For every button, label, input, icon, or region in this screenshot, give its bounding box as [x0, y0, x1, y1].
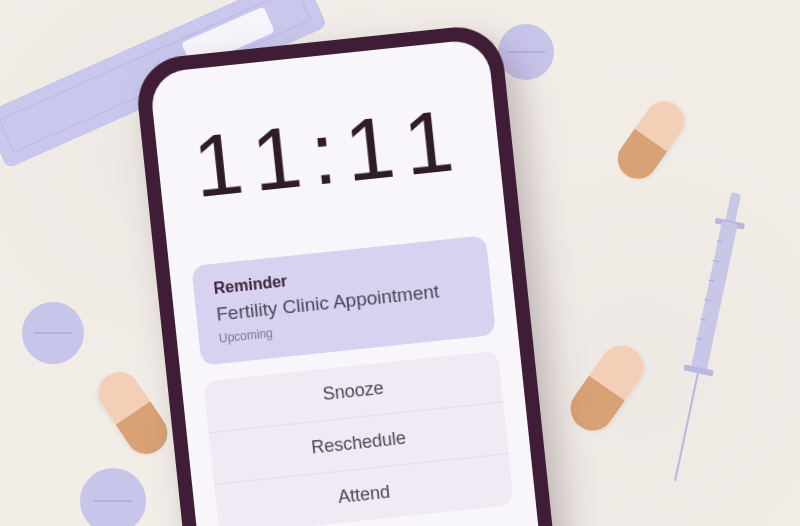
phone-frame: 11:11 Reminder Fertility Clinic Appointm…: [133, 23, 570, 526]
reminder-card[interactable]: Reminder Fertility Clinic Appointment Up…: [191, 235, 496, 365]
capsule-icon: [90, 364, 175, 462]
tablet-icon: [80, 468, 146, 526]
phone: 11:11 Reminder Fertility Clinic Appointm…: [133, 23, 570, 526]
lock-screen-clock: 11:11: [176, 94, 480, 212]
tablet-icon: [22, 302, 84, 364]
illustration-stage: 11:11 Reminder Fertility Clinic Appointm…: [0, 0, 800, 526]
phone-screen: 11:11 Reminder Fertility Clinic Appointm…: [149, 38, 555, 526]
syringe-icon: [657, 190, 753, 491]
capsule-icon: [562, 337, 652, 439]
tablet-icon: [498, 24, 554, 80]
capsule-icon: [610, 93, 692, 186]
reminder-actions: Snooze Reschedule Attend: [203, 351, 514, 526]
